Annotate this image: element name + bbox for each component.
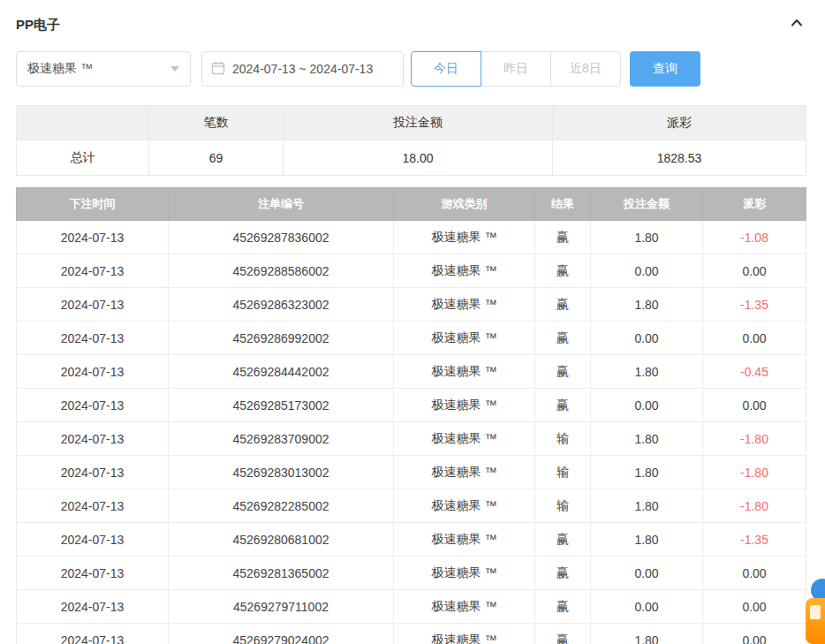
cell-game: 极速糖果 ™ (394, 489, 535, 523)
chevron-down-icon (170, 66, 179, 72)
bet-table-body: 2024-07-1345269287836002极速糖果 ™赢1.80-1.08… (17, 221, 806, 644)
cell-date: 2024-07-13 (17, 557, 169, 590)
game-select-value: 极速糖果 ™ (27, 61, 93, 77)
summary-total-label: 总计 (17, 140, 149, 176)
date-range-picker[interactable]: 2024-07-13 ~ 2024-07-13 (201, 51, 404, 87)
summary-total-count: 69 (149, 140, 284, 176)
cell-date: 2024-07-13 (17, 254, 169, 288)
cell-result: 赢 (535, 624, 591, 644)
column-header: 结果 (535, 188, 591, 221)
summary-total-bet: 18.00 (284, 140, 553, 176)
cell-order: 45269288586002 (169, 254, 394, 288)
cell-order: 45269279711002 (169, 590, 394, 624)
column-header: 注单编号 (169, 188, 394, 221)
cell-result: 赢 (535, 389, 591, 422)
cell-payout: 0.00 (703, 557, 806, 590)
table-row: 2024-07-1345269283709002极速糖果 ™输1.80-1.80 (17, 422, 806, 456)
table-row: 2024-07-1345269287836002极速糖果 ™赢1.80-1.08 (17, 221, 806, 254)
search-button[interactable]: 查询 (630, 51, 700, 87)
promo-tab-icon[interactable] (806, 598, 825, 644)
cell-bet: 1.80 (591, 624, 703, 644)
cell-bet: 1.80 (591, 456, 703, 489)
column-header: 派彩 (703, 188, 806, 221)
cell-payout: -1.35 (703, 523, 806, 557)
cell-result: 赢 (535, 254, 591, 288)
table-row: 2024-07-1345269284442002极速糖果 ™赢1.80-0.45 (17, 355, 806, 389)
cell-date: 2024-07-13 (17, 590, 169, 624)
calendar-icon (211, 61, 225, 78)
today-button[interactable]: 今日 (411, 51, 481, 87)
cell-order: 45269285173002 (169, 389, 394, 422)
cell-order: 45269280681002 (169, 523, 394, 557)
cell-date: 2024-07-13 (17, 456, 169, 489)
cell-game: 极速糖果 ™ (394, 322, 535, 355)
summary-header-bet: 投注金额 (284, 106, 553, 140)
panel-header: PP电子 (16, 14, 806, 35)
cell-bet: 1.80 (591, 355, 703, 389)
summary-header-count: 笔数 (149, 106, 284, 140)
collapse-button[interactable] (788, 16, 806, 34)
cell-bet: 1.80 (591, 422, 703, 456)
cell-result: 输 (535, 489, 591, 523)
cell-bet: 0.00 (591, 322, 703, 355)
cell-payout: 0.00 (703, 254, 806, 288)
summary-table: 笔数 投注金额 派彩 总计 69 18.00 1828.53 (16, 105, 806, 176)
table-row: 2024-07-1345269283013002极速糖果 ™输1.80-1.80 (17, 456, 806, 489)
cell-game: 极速糖果 ™ (394, 624, 535, 644)
cell-order: 45269283013002 (169, 456, 394, 489)
table-row: 2024-07-1345269285173002极速糖果 ™赢0.000.00 (17, 389, 806, 422)
cell-result: 赢 (535, 355, 591, 389)
cell-result: 赢 (535, 288, 591, 322)
page-title: PP电子 (16, 17, 60, 34)
cell-game: 极速糖果 ™ (394, 254, 535, 288)
cell-game: 极速糖果 ™ (394, 288, 535, 322)
cell-order: 45269282285002 (169, 489, 394, 523)
cell-payout: 0.00 (703, 322, 806, 355)
cell-payout: -1.80 (703, 422, 806, 456)
cell-date: 2024-07-13 (17, 489, 169, 523)
cell-bet: 1.80 (591, 288, 703, 322)
summary-header-blank (17, 106, 149, 140)
floating-widget (804, 577, 825, 644)
cell-date: 2024-07-13 (17, 322, 169, 355)
cell-game: 极速糖果 ™ (394, 221, 535, 254)
cell-order: 45269283709002 (169, 422, 394, 456)
last-8-days-button[interactable]: 近8日 (550, 51, 621, 87)
cell-date: 2024-07-13 (17, 523, 169, 557)
cell-order: 45269281365002 (169, 557, 394, 590)
cell-payout: -1.08 (703, 221, 806, 254)
cell-payout: 0.00 (703, 389, 806, 422)
cell-order: 45269279024002 (169, 624, 394, 644)
cell-date: 2024-07-13 (17, 624, 169, 644)
chevron-up-icon (789, 15, 805, 34)
cell-payout: -1.35 (703, 288, 806, 322)
summary-header-payout: 派彩 (553, 106, 806, 140)
cell-bet: 0.00 (591, 254, 703, 288)
cell-bet: 1.80 (591, 523, 703, 557)
cell-result: 赢 (535, 557, 591, 590)
table-row: 2024-07-1345269280681002极速糖果 ™赢1.80-1.35 (17, 523, 806, 557)
cell-game: 极速糖果 ™ (394, 389, 535, 422)
table-row: 2024-07-1345269281365002极速糖果 ™赢0.000.00 (17, 557, 806, 590)
yesterday-button[interactable]: 昨日 (481, 51, 551, 87)
summary-total-payout: 1828.53 (553, 140, 806, 176)
cell-payout: -1.80 (703, 456, 806, 489)
cell-date: 2024-07-13 (17, 355, 169, 389)
filter-bar: 极速糖果 ™ 2024-07-13 ~ 2024-07-13 今日 昨日 近8日… (16, 51, 806, 87)
cell-date: 2024-07-13 (17, 422, 169, 456)
game-select[interactable]: 极速糖果 ™ (16, 51, 191, 87)
cell-date: 2024-07-13 (17, 288, 169, 322)
cell-bet: 0.00 (591, 590, 703, 624)
cell-order: 45269286323002 (169, 288, 394, 322)
cell-order: 45269286992002 (169, 322, 394, 355)
table-row: 2024-07-1345269279024002极速糖果 ™赢1.800.00 (17, 624, 806, 644)
cell-bet: 1.80 (591, 489, 703, 523)
cell-order: 45269284442002 (169, 355, 394, 389)
quick-range-group: 今日 昨日 近8日 (411, 51, 621, 87)
column-header: 投注金额 (591, 188, 703, 221)
table-row: 2024-07-1345269286323002极速糖果 ™赢1.80-1.35 (17, 288, 806, 322)
cell-payout: 0.00 (703, 590, 806, 624)
cell-game: 极速糖果 ™ (394, 523, 535, 557)
cell-game: 极速糖果 ™ (394, 557, 535, 590)
column-header: 游戏类别 (394, 188, 535, 221)
